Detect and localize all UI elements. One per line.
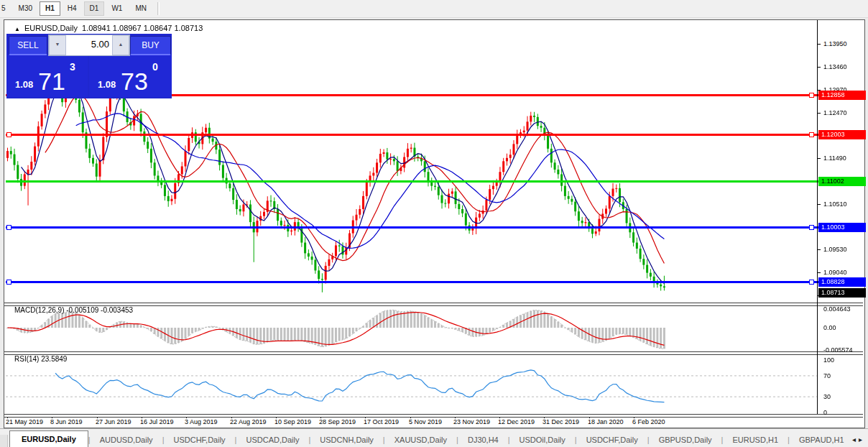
sell-price-pip: 3 [70, 61, 75, 73]
rsi-label: RSI(14) 23.5849 [14, 355, 67, 363]
one-click-trading-panel: SELL ▼ 5.00 ▲ BUY 1.08 71 3 1.08 73 0 [6, 34, 172, 98]
horizontal-level-line-1.10003[interactable] [6, 226, 818, 229]
date-axis-label: 5 Nov 2019 [409, 418, 442, 425]
date-axis-label: 21 May 2019 [6, 418, 43, 425]
timeframe-button-h4[interactable]: H4 [62, 1, 83, 16]
volume-spinner: ▼ 5.00 ▲ [48, 34, 130, 56]
level-price-label: 1.08828 [818, 277, 866, 287]
line-drag-handle[interactable] [6, 132, 11, 137]
rsi-axis-tick: 70 [823, 372, 831, 379]
price-axis-tick: 1.13950 [823, 40, 847, 47]
date-axis-label: 18 Jan 2020 [588, 418, 624, 425]
chart-tab-gbpaud-h1[interactable]: GBPAUD,H1 [790, 433, 854, 447]
macd-values: -0.005109 -0.003453 [66, 306, 133, 314]
chart-tab-dj30-h4[interactable]: DJ30,H4 [458, 433, 508, 447]
volume-decrease-button[interactable]: ▼ [49, 35, 66, 55]
chart-tab-gbpusd-daily[interactable]: GBPUSD,Daily [650, 433, 721, 447]
toolbar-separator [157, 2, 160, 15]
rsi-pane-splitter[interactable] [4, 351, 863, 355]
price-axis-tick: 1.12470 [823, 109, 847, 116]
line-drag-handle[interactable] [6, 225, 11, 230]
chart-info-line: ▲EURUSD,Daily 1.08941 1.08967 1.08647 1.… [14, 24, 203, 32]
tab-scroll-arrows: ◂▸ [852, 436, 865, 443]
line-drag-handle[interactable] [6, 280, 11, 285]
date-axis-label: 23 Nov 2019 [453, 418, 490, 425]
ohlc-high: 1.08967 [113, 24, 142, 32]
date-axis-splitter [4, 414, 863, 418]
date-axis-label: 12 Dec 2019 [498, 418, 535, 425]
price-axis-tick: 1.10510 [823, 201, 847, 208]
chart-symbol-period: EURUSD,Daily [24, 24, 78, 32]
tab-scroll-left-arrow[interactable]: ◂ [852, 436, 859, 443]
chart-tab-usdchf-daily[interactable]: USDCHF,Daily [164, 433, 234, 447]
rsi-value: 23.5849 [41, 355, 67, 363]
sell-price-main: 71 [38, 68, 65, 96]
rsi-axis-tick: 30 [823, 393, 831, 400]
buy-button[interactable]: BUY [130, 36, 171, 55]
price-axis-tick: 1.11490 [823, 155, 846, 162]
chart-tab-audusd-daily[interactable]: AUDUSD,Daily [91, 433, 162, 447]
chart-window: ▲EURUSD,Daily 1.08941 1.08967 1.08647 1.… [4, 19, 865, 428]
rsi-axis-tick: 100 [823, 356, 834, 364]
price-axis-tick: 1.09040 [823, 269, 847, 276]
macd-axis-tick: -0.005574 [823, 346, 853, 354]
date-axis-label: 6 Feb 2020 [632, 418, 665, 425]
current-price-label: 1.08713 [818, 288, 866, 298]
sell-price-quote[interactable]: 1.08 71 3 [6, 55, 88, 97]
chart-tab-bar: EURUSD,Daily|AUDUSD,Daily|USDCHF,Daily|U… [0, 428, 868, 447]
timeframe-button-d1[interactable]: D1 [84, 1, 105, 16]
chart-tab-eurusd-daily[interactable]: EURUSD,Daily [9, 430, 88, 447]
collapse-panel-icon[interactable]: ▲ [14, 26, 20, 32]
chart-tab-eurusd-h1[interactable]: EURUSD,H1 [723, 433, 788, 447]
level-price-label: 1.12003 [818, 130, 866, 139]
chart-tab-usdcad-daily[interactable]: USDCAD,Daily [236, 433, 308, 447]
price-axis-tick-mark [818, 204, 821, 205]
macd-pane-splitter[interactable] [4, 303, 863, 306]
tab-scroll-right-arrow[interactable]: ▸ [859, 436, 865, 443]
timeframe-button-h1[interactable]: H1 [40, 1, 60, 16]
buy-price-main: 73 [121, 68, 148, 96]
price-axis-tick-mark [818, 67, 821, 68]
tab-bar-corner [0, 435, 8, 447]
horizontal-level-line-1.08828[interactable] [6, 281, 818, 283]
timeframe-button-5[interactable]: 5 [0, 1, 11, 16]
date-axis-label: 31 Dec 2019 [542, 418, 579, 425]
price-axis-tick-mark [818, 249, 821, 250]
line-drag-handle[interactable] [809, 225, 814, 230]
ohlc-open: 1.08941 [82, 24, 111, 32]
macd-axis-tick: 0.00 [823, 324, 836, 331]
buy-price-quote[interactable]: 1.08 73 0 [89, 55, 172, 97]
level-price-label: 1.10003 [818, 223, 866, 232]
date-axis-label: 17 Oct 2019 [364, 418, 399, 425]
timeframe-button-mn[interactable]: MN [129, 1, 152, 16]
sell-button[interactable]: SELL [9, 36, 47, 55]
line-drag-handle[interactable] [809, 93, 814, 98]
date-axis-label: 27 Jun 2019 [96, 418, 131, 425]
timeframe-toolbar: 5M30H1H4D1W1MN [0, 0, 868, 18]
chart-tab-usdoil-daily[interactable]: USDOil,Daily [510, 433, 575, 447]
price-axis-divider [817, 20, 818, 414]
date-axis-label: 3 Aug 2019 [185, 418, 218, 425]
rsi-axis-tick: 0 [823, 409, 827, 416]
volume-increase-button[interactable]: ▲ [112, 35, 129, 55]
trading-platform-window: 5M30H1H4D1W1MN ▲EURUSD,Daily 1.08941 1.0… [0, 0, 868, 447]
timeframe-button-w1[interactable]: W1 [106, 1, 128, 16]
horizontal-level-line-1.12003[interactable] [6, 134, 818, 136]
chart-tab-xauusd-daily[interactable]: XAUUSD,Daily [385, 433, 456, 447]
chart-tab-usdchf-daily[interactable]: USDCHF,Daily [577, 433, 647, 447]
chart-tab-usdcnh-daily[interactable]: USDCNH,Daily [310, 433, 383, 447]
date-axis-label: 16 Jul 2019 [140, 418, 174, 425]
date-axis-label: 28 Sep 2019 [319, 418, 356, 425]
volume-input[interactable]: 5.00 [66, 35, 112, 55]
horizontal-level-line-1.11002[interactable] [6, 180, 818, 183]
price-axis-tick-mark [818, 158, 821, 159]
timeframe-button-m30[interactable]: M30 [13, 1, 38, 16]
date-axis-label: 22 Aug 2019 [230, 418, 267, 425]
line-drag-handle[interactable] [809, 132, 814, 137]
line-drag-handle[interactable] [809, 280, 814, 285]
date-axis: 21 May 20198 Jun 201927 Jun 201916 Jul 2… [4, 416, 863, 428]
date-axis-label: 8 Jun 2019 [50, 418, 83, 425]
ohlc-close: 1.08713 [175, 24, 203, 32]
rsi-indicator-canvas[interactable] [6, 354, 817, 414]
price-axis-tick: 1.09530 [823, 246, 847, 253]
